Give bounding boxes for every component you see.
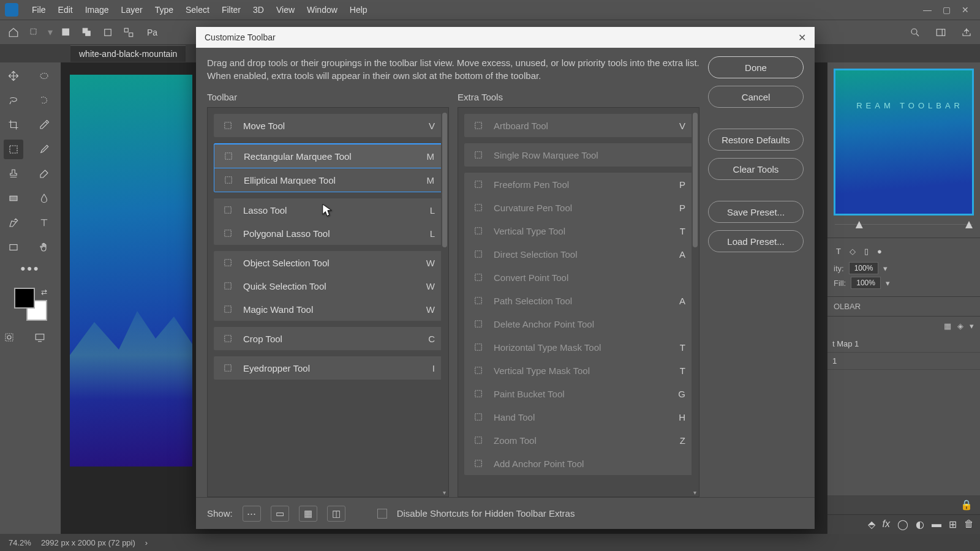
menu-3d[interactable]: 3D: [247, 2, 270, 17]
fx-icon[interactable]: fx: [883, 519, 890, 530]
folder-icon[interactable]: ▬: [932, 519, 941, 530]
quickmask-icon[interactable]: [4, 332, 27, 345]
mode-icon-1[interactable]: [59, 25, 74, 40]
layer-item[interactable]: 1: [827, 353, 980, 370]
tool-preset-icon[interactable]: [27, 25, 42, 40]
menu-help[interactable]: Help: [344, 2, 374, 17]
tool-group[interactable]: Crop ToolC: [214, 327, 442, 350]
link-icon[interactable]: ⬘: [868, 519, 875, 530]
tool-row[interactable]: Lasso ToolL: [214, 198, 442, 222]
doc-info[interactable]: 2992 px x 2000 px (72 ppi): [41, 538, 135, 547]
done-button[interactable]: Done: [708, 56, 804, 78]
window-maximize-icon[interactable]: ▢: [943, 5, 951, 15]
rectangle-tool-icon[interactable]: [4, 238, 23, 257]
menu-type[interactable]: Type: [149, 2, 179, 17]
layer-item[interactable]: t Map 1: [827, 335, 980, 353]
stamp-tool-icon[interactable]: [4, 164, 23, 184]
tool-row[interactable]: Single Row Marquee Tool: [464, 143, 693, 167]
window-minimize-icon[interactable]: —: [923, 5, 932, 15]
menu-layer[interactable]: Layer: [115, 2, 149, 17]
show-overlap-icon[interactable]: ◫: [327, 506, 345, 522]
move-tool-icon[interactable]: [4, 66, 23, 86]
workspace-icon[interactable]: [933, 25, 948, 40]
menu-edit[interactable]: Edit: [52, 2, 79, 17]
home-icon[interactable]: [6, 25, 21, 40]
show-ellipsis-icon[interactable]: ⋯: [243, 506, 261, 522]
tool-row[interactable]: Direct Selection ToolA: [464, 242, 693, 266]
scroll-down-icon[interactable]: ▾: [692, 489, 698, 495]
more-tools-icon[interactable]: •••: [20, 261, 40, 277]
tool-row[interactable]: Path Selection ToolA: [464, 289, 693, 312]
gradient-tool-icon[interactable]: [4, 189, 23, 208]
scroll-down-icon[interactable]: ▾: [441, 489, 447, 495]
eye-icon[interactable]: ◈: [957, 321, 963, 331]
close-icon[interactable]: ✕: [798, 32, 806, 43]
tool-group[interactable]: Artboard ToolV: [464, 114, 693, 137]
mode-icon-2[interactable]: [80, 25, 94, 40]
mode-icon-3[interactable]: [100, 25, 115, 40]
toolbar-list[interactable]: ▴ ▾ Move ToolVRectangular Marquee ToolME…: [207, 107, 449, 497]
tool-group[interactable]: Single Row Marquee Tool: [464, 143, 693, 167]
menu-filter[interactable]: Filter: [216, 2, 247, 17]
mask-icon[interactable]: ◯: [897, 519, 908, 530]
dialog-titlebar[interactable]: Customize Toolbar ✕: [196, 27, 815, 48]
clear-tools-button[interactable]: Clear Tools: [708, 158, 804, 180]
search-icon[interactable]: [908, 25, 922, 40]
brush-tool-icon[interactable]: [34, 140, 54, 159]
tool-group[interactable]: Rectangular Marquee ToolMElliptical Marq…: [214, 143, 442, 192]
show-artboard-icon[interactable]: ▭: [271, 506, 289, 522]
menu-file[interactable]: File: [26, 2, 52, 17]
fg-color-swatch[interactable]: [14, 288, 35, 309]
tool-group[interactable]: Lasso ToolLPolygonal Lasso ToolL: [214, 198, 442, 245]
extra-tools-list[interactable]: ▴ ▾ Artboard ToolVSingle Row Marquee Too…: [458, 107, 699, 497]
tool-row[interactable]: Elliptical Marquee ToolM: [214, 168, 442, 192]
window-close-icon[interactable]: ✕: [962, 5, 969, 15]
tool-group[interactable]: Eyedropper ToolI: [214, 356, 442, 380]
hand-tool-icon[interactable]: [34, 238, 54, 257]
eraser-tool-icon[interactable]: [34, 164, 54, 184]
menu-view[interactable]: View: [270, 2, 301, 17]
load-preset-button[interactable]: Load Preset...: [708, 230, 804, 252]
tool-row[interactable]: Curvature Pen ToolP: [464, 196, 693, 219]
tool-row[interactable]: Crop ToolC: [214, 327, 442, 350]
lasso-tool-icon[interactable]: [4, 91, 23, 110]
tool-row[interactable]: Rectangular Marquee ToolM: [214, 144, 442, 168]
tool-row[interactable]: Magic Wand ToolW: [214, 298, 442, 321]
crop-tool-icon[interactable]: [4, 115, 23, 135]
menu-window[interactable]: Window: [301, 2, 344, 17]
tool-row[interactable]: Add Anchor Point Tool: [464, 452, 693, 475]
menu-select[interactable]: Select: [179, 2, 216, 17]
marquee-tool-icon[interactable]: [4, 140, 23, 159]
ellipse-select-icon[interactable]: [34, 66, 54, 86]
opacity-field[interactable]: 100%: [849, 262, 879, 274]
tool-row[interactable]: Quick Selection ToolW: [214, 274, 442, 298]
package-icon[interactable]: ▯: [864, 247, 869, 256]
transform-icon[interactable]: ◇: [850, 247, 856, 256]
screenmode-icon[interactable]: [34, 332, 58, 345]
restore-defaults-button[interactable]: Restore Defaults: [708, 129, 804, 151]
tool-row[interactable]: Delete Anchor Point Tool: [464, 312, 693, 335]
tool-row[interactable]: Vertical Type Mask ToolT: [464, 359, 693, 382]
tool-row[interactable]: Horizontal Type Mask ToolT: [464, 335, 693, 359]
tool-row[interactable]: Object Selection ToolW: [214, 251, 442, 274]
trash-icon[interactable]: 🗑: [964, 519, 974, 530]
zoom-slider[interactable]: [835, 224, 973, 235]
pen-tool-icon[interactable]: [4, 213, 23, 233]
dot-icon[interactable]: ●: [877, 247, 882, 256]
filter-icon[interactable]: ▦: [944, 321, 951, 331]
navigator-preview[interactable]: REAM TOOLBAR: [834, 69, 974, 216]
tool-group[interactable]: Move ToolV: [214, 114, 442, 137]
type-tool-icon[interactable]: [34, 213, 54, 233]
doc-tab[interactable]: white-and-black-mountain: [70, 45, 186, 62]
share-icon[interactable]: [959, 25, 974, 40]
tool-group[interactable]: Object Selection ToolWQuick Selection To…: [214, 251, 442, 321]
scrollbar[interactable]: [692, 108, 699, 497]
eyedropper-tool-icon[interactable]: [34, 115, 54, 135]
scrollbar[interactable]: [441, 108, 448, 497]
color-swatches[interactable]: ⇄: [14, 288, 47, 321]
lock-icon[interactable]: 🔒: [960, 499, 973, 511]
menu-image[interactable]: Image: [79, 2, 115, 17]
disable-shortcuts-checkbox[interactable]: [377, 509, 387, 519]
magnetic-lasso-icon[interactable]: [34, 91, 54, 110]
adjust-icon[interactable]: ◐: [916, 519, 924, 530]
